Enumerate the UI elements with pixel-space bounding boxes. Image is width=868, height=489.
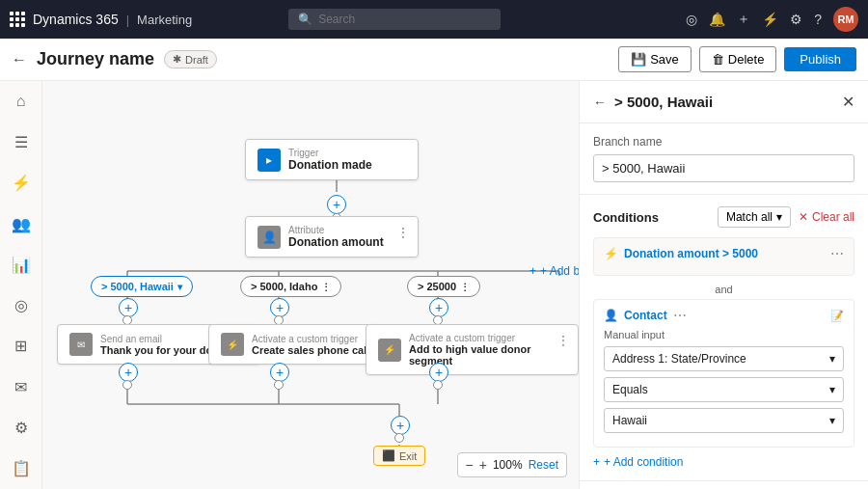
canvas-content: ▸ Trigger Donation made + 👤 Attribute xyxy=(42,81,579,489)
apps-grid-icon[interactable] xyxy=(10,12,25,27)
circle-exit xyxy=(394,433,404,443)
action-buttons: 💾 Save 🗑 Delete Publish xyxy=(618,46,856,72)
top-navigation: Dynamics 365 | Marketing 🔍 ◎ 🔔 ＋ ⚡ ⚙ ? R… xyxy=(0,0,868,39)
action-node-3[interactable]: ⚡ Activate a custom trigger Add to high … xyxy=(366,324,579,375)
condition-2-more-button[interactable]: ⋯ xyxy=(673,308,687,323)
branch-1-dropdown-icon: ▾ xyxy=(177,282,182,292)
action3-type: Activate a custom trigger xyxy=(409,333,566,343)
branch-1-label: > 5000, Hawaii xyxy=(101,281,174,292)
branch-3-more-icon: ⋮ xyxy=(460,282,470,292)
sidebar-journey-icon[interactable]: ⚡ xyxy=(6,171,37,196)
clear-icon: ✕ xyxy=(799,210,808,224)
add-branch-container: + + Add branch xyxy=(529,264,579,278)
avatar[interactable]: RM xyxy=(833,7,858,32)
sidebar-chart-icon[interactable]: 📊 xyxy=(6,252,37,277)
action3-more-icon[interactable]: ⋮ xyxy=(556,333,570,348)
plus-a1[interactable]: + xyxy=(119,363,138,382)
exit-icon: ⬛ xyxy=(382,449,395,462)
zoom-reset-button[interactable]: Reset xyxy=(529,458,558,472)
main-layout: ⌂ ☰ ⚡ 👥 📊 ◎ ⊞ ✉ ⚙ 📋 xyxy=(0,81,868,489)
plus-a3[interactable]: + xyxy=(429,363,448,382)
bell-icon[interactable]: 🔔 xyxy=(709,12,725,27)
sidebar-settings2-icon[interactable]: ⚙ xyxy=(6,415,37,440)
branch-3[interactable]: > 25000 ⋮ xyxy=(407,276,480,297)
search-bar[interactable]: 🔍 xyxy=(288,9,501,30)
operator-dropdown-icon: ▾ xyxy=(829,383,835,396)
condition-1-more-button[interactable]: ⋯ xyxy=(830,246,844,261)
panel-close-button[interactable]: ✕ xyxy=(842,93,854,111)
value-dropdown[interactable]: Hawaii ▾ xyxy=(604,408,844,433)
app-name: Dynamics 365 xyxy=(33,12,119,27)
search-input[interactable] xyxy=(318,13,473,26)
plus-b1[interactable]: + xyxy=(119,298,138,317)
left-sidebar: ⌂ ☰ ⚡ 👥 📊 ◎ ⊞ ✉ ⚙ 📋 xyxy=(0,81,42,489)
condition-row-2: 👤 Contact ⋯ 📝 Manual input Address 1: St… xyxy=(593,299,854,448)
delete-button[interactable]: 🗑 Delete xyxy=(699,46,777,72)
action3-icon: ⚡ xyxy=(378,339,401,362)
zoom-out-button[interactable]: − xyxy=(466,457,474,473)
trigger-icon: ▸ xyxy=(258,149,281,172)
panel-title: > 5000, Hawaii xyxy=(614,94,834,110)
module-name: Marketing xyxy=(137,13,192,27)
panel-header: ← > 5000, Hawaii ✕ xyxy=(580,81,868,123)
trigger-name-label: Donation made xyxy=(288,158,372,172)
match-all-dropdown[interactable]: Match all ▾ xyxy=(718,206,791,228)
branch-1[interactable]: > 5000, Hawaii ▾ xyxy=(91,276,193,297)
filter-icon[interactable]: ⚡ xyxy=(762,12,778,27)
address-field-dropdown[interactable]: Address 1: State/Province ▾ xyxy=(604,346,844,371)
target-icon[interactable]: ◎ xyxy=(686,12,697,27)
add-condition-plus-icon: + xyxy=(593,455,600,469)
exit-node: ⬛ Exit xyxy=(373,446,425,466)
plus-b3[interactable]: + xyxy=(429,298,448,317)
plus-b2[interactable]: + xyxy=(270,298,289,317)
sidebar-grid-icon[interactable]: ⊞ xyxy=(6,334,37,359)
contact-icon: 👤 xyxy=(604,309,618,322)
trigger-type-label: Trigger xyxy=(288,148,372,158)
attribute-more-icon[interactable]: ⋮ xyxy=(396,225,410,240)
operator-dropdown[interactable]: Equals ▾ xyxy=(604,377,844,402)
plus-exit[interactable]: + xyxy=(391,416,410,435)
sidebar-target-icon[interactable]: ◎ xyxy=(6,292,37,317)
right-panel: ← > 5000, Hawaii ✕ Branch name Condition… xyxy=(579,81,868,489)
branch-3-label: > 25000 xyxy=(418,281,456,292)
action1-icon: ✉ xyxy=(69,333,93,356)
draft-badge: ✱ Draft xyxy=(164,50,217,68)
attribute-icon: 👤 xyxy=(258,226,281,249)
sidebar-people-icon[interactable]: 👥 xyxy=(6,211,37,236)
save-button[interactable]: 💾 Save xyxy=(618,46,692,72)
publish-button[interactable]: Publish xyxy=(784,47,856,71)
value-dropdown-icon: ▾ xyxy=(829,414,835,427)
help-icon[interactable]: ? xyxy=(814,12,822,27)
sidebar-nav1-icon[interactable]: ☰ xyxy=(6,129,37,154)
add-branch-button[interactable]: + + Add branch xyxy=(529,264,579,278)
add-branch-plus-icon: + xyxy=(529,264,536,278)
condition-link-icon: ⚡ xyxy=(604,247,618,260)
plus-a2[interactable]: + xyxy=(270,363,289,382)
action2-icon: ⚡ xyxy=(221,333,244,356)
plus-connector-1[interactable]: + xyxy=(327,195,346,214)
branch-name-input[interactable] xyxy=(593,154,854,182)
clear-all-button[interactable]: ✕ Clear all xyxy=(799,210,854,224)
plus-icon[interactable]: ＋ xyxy=(737,11,750,28)
contact-link[interactable]: Contact xyxy=(624,309,667,322)
secondary-navigation: ← Journey name ✱ Draft 💾 Save 🗑 Delete P… xyxy=(0,39,868,81)
settings-icon[interactable]: ⚙ xyxy=(790,12,802,27)
action2-type: Activate a custom trigger xyxy=(252,334,369,344)
sidebar-mail-icon[interactable]: ✉ xyxy=(6,374,37,399)
zoom-in-button[interactable]: + xyxy=(479,457,487,473)
circle-a2 xyxy=(274,380,284,390)
action-node-2[interactable]: ⚡ Activate a custom trigger Create sales… xyxy=(208,324,382,365)
sidebar-bottom-icon[interactable]: 📋 xyxy=(6,456,37,481)
attribute-node[interactable]: 👤 Attribute Donation amount ⋮ xyxy=(245,216,419,258)
sidebar-home-icon[interactable]: ⌂ xyxy=(6,89,37,114)
branch-2[interactable]: > 5000, Idaho ⋮ xyxy=(240,276,341,297)
panel-back-button[interactable]: ← xyxy=(593,95,607,110)
condition-1-link[interactable]: Donation amount > 5000 xyxy=(624,247,825,260)
add-condition-button[interactable]: + + Add condition xyxy=(593,455,683,469)
trigger-node[interactable]: ▸ Trigger Donation made xyxy=(245,139,419,180)
back-button[interactable]: ← xyxy=(12,51,27,68)
delete-icon: 🗑 xyxy=(712,52,724,67)
branch-name-label: Branch name xyxy=(593,135,854,149)
action2-name: Create sales phone call xyxy=(252,344,369,356)
nav-icons: ◎ 🔔 ＋ ⚡ ⚙ ? RM xyxy=(686,7,858,32)
